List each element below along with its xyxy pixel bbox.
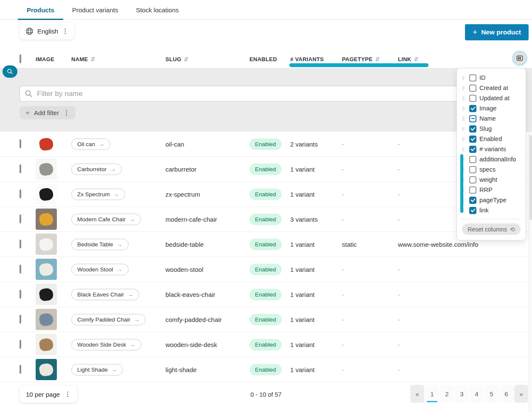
row-checkbox[interactable] <box>20 315 21 324</box>
column-checkbox[interactable] <box>469 176 476 183</box>
arrow-right-icon: → <box>129 216 135 223</box>
column-checkbox[interactable] <box>469 156 476 163</box>
column-header-label: ENABLED <box>249 56 277 62</box>
product-name-link[interactable]: Comfy Padded Chair → <box>71 314 146 325</box>
drag-handle-icon[interactable]: ⣿ <box>462 127 466 131</box>
product-name-link[interactable]: Carburretor → <box>71 164 122 175</box>
table-row: Modern Cafe Chair → modern-cafe-chair En… <box>0 207 529 232</box>
page-number-button[interactable]: 6 <box>499 385 513 403</box>
sort-icon[interactable]: ⇵ <box>184 56 188 62</box>
tab-stock-locations[interactable]: Stock locations <box>127 0 188 20</box>
pagetype-cell: - <box>342 141 398 148</box>
column-menu-item[interactable]: ⣿ RRP <box>462 185 521 195</box>
scrollbar-thumb[interactable] <box>529 135 532 220</box>
select-all-checkbox[interactable] <box>20 54 21 63</box>
column-menu-item[interactable]: ⣿ ID <box>462 73 521 83</box>
drag-handle-icon[interactable]: ⣿ <box>462 76 466 80</box>
drag-handle-icon[interactable]: ⣿ <box>462 106 466 110</box>
table-scrollbar[interactable] <box>529 132 532 412</box>
column-menu-item[interactable]: ⣿ Updated at <box>462 93 521 103</box>
product-name-link[interactable]: Black Eaves Chair → <box>71 289 139 300</box>
column-settings-button[interactable] <box>513 52 526 65</box>
column-menu-item[interactable]: ⣿ Enabled <box>462 134 521 144</box>
page-number-button[interactable]: 3 <box>455 385 469 403</box>
product-name-label: Oil can <box>77 141 95 147</box>
filter-by-name-input[interactable] <box>20 86 526 102</box>
search-toggle-button[interactable] <box>3 65 17 78</box>
column-checkbox[interactable] <box>469 105 476 112</box>
kebab-icon[interactable]: ⋮ <box>63 109 70 117</box>
column-group-accent-bar <box>460 154 463 213</box>
row-checkbox[interactable] <box>20 139 21 148</box>
column-menu-item[interactable]: ⣿ # variants <box>462 144 521 154</box>
variants-cell: 1 variant <box>290 291 342 298</box>
column-menu-item[interactable]: ⣿ additionalInfo <box>462 154 521 164</box>
page-number-button[interactable]: 4 <box>470 385 484 403</box>
column-menu-item[interactable]: ⣿ link <box>462 205 521 215</box>
drag-handle-icon[interactable]: ⣿ <box>462 86 466 90</box>
row-checkbox[interactable] <box>20 189 21 198</box>
sort-icon[interactable]: ⇵ <box>90 56 95 62</box>
product-name-link[interactable]: Zx Spectrum → <box>71 189 125 200</box>
page-number-button[interactable]: 2 <box>440 385 454 403</box>
product-image <box>36 209 57 230</box>
row-checkbox[interactable] <box>20 214 21 223</box>
sort-icon[interactable]: ⇵ <box>375 56 380 62</box>
column-menu-item[interactable]: ⣿ weight <box>462 175 521 185</box>
tab-products[interactable]: Products <box>18 0 63 20</box>
next-page-button[interactable]: » <box>514 385 528 403</box>
drag-handle-icon[interactable]: ⣿ <box>462 137 466 141</box>
row-checkbox[interactable] <box>20 240 21 248</box>
column-checkbox[interactable] <box>469 95 476 102</box>
product-name-link[interactable]: Wooden Stool → <box>71 264 129 275</box>
add-filter-button[interactable]: + Add filter ⋮ <box>20 106 76 119</box>
drag-handle-icon[interactable]: ⣿ <box>462 96 466 100</box>
column-checkbox[interactable] <box>469 166 476 173</box>
page-number-button[interactable]: 5 <box>484 385 498 403</box>
product-name-link[interactable]: Modern Cafe Chair → <box>71 214 141 225</box>
column-checkbox[interactable] <box>469 74 476 82</box>
enabled-badge: Enabled <box>249 339 282 350</box>
product-name-link[interactable]: Wooden Side Desk → <box>71 339 141 350</box>
column-menu-item[interactable]: ⣿ Created at <box>462 83 521 93</box>
product-image <box>36 359 57 380</box>
column-checkbox[interactable] <box>469 197 476 204</box>
page-number-button[interactable]: 1 <box>425 385 439 403</box>
product-name-link[interactable]: Bedside Table → <box>71 239 129 250</box>
sort-icon[interactable]: ⇵ <box>414 56 419 62</box>
prev-page-button[interactable]: « <box>410 385 424 403</box>
language-selector-button[interactable]: English ⋮ <box>20 23 74 40</box>
variants-cell: 1 variant <box>290 241 342 248</box>
enabled-badge: Enabled <box>249 264 282 275</box>
row-checkbox[interactable] <box>20 340 21 349</box>
reset-columns-button[interactable]: Reset columns ⟲ <box>462 223 520 235</box>
column-checkbox[interactable] <box>469 115 476 122</box>
row-checkbox[interactable] <box>20 290 21 299</box>
column-checkbox[interactable] <box>469 186 476 194</box>
variants-cell: 1 variant <box>290 341 342 348</box>
product-name-link[interactable]: Light Shade → <box>71 364 123 375</box>
column-checkbox[interactable] <box>469 85 476 92</box>
new-product-button[interactable]: + New product <box>465 24 529 40</box>
tab-product-variants[interactable]: Product variants <box>63 0 127 20</box>
kebab-icon[interactable]: ⋮ <box>62 27 68 35</box>
column-menu-item[interactable]: ⣿ pageType <box>462 195 521 205</box>
column-checkbox[interactable] <box>469 135 476 143</box>
drag-handle-icon[interactable]: ⣿ <box>462 147 466 151</box>
column-menu-item[interactable]: ⣿ Image <box>462 103 521 113</box>
column-checkbox[interactable] <box>469 146 476 153</box>
row-checkbox[interactable] <box>20 365 21 374</box>
drag-handle-icon[interactable]: ⣿ <box>462 116 466 121</box>
product-image <box>36 284 57 305</box>
column-checkbox[interactable] <box>469 207 476 214</box>
product-name-link[interactable]: Oil can → <box>71 138 110 150</box>
column-menu-item[interactable]: ⣿ specs <box>462 164 521 175</box>
column-checkbox[interactable] <box>469 125 476 133</box>
row-checkbox[interactable] <box>20 265 21 274</box>
column-menu-item[interactable]: ⣿ Slug <box>462 124 521 134</box>
enabled-badge: Enabled <box>249 189 282 200</box>
row-checkbox[interactable] <box>20 164 21 173</box>
table-row: Black Eaves Chair → black-eaves-chair En… <box>0 282 529 307</box>
column-menu-item[interactable]: ⣿ Name <box>462 113 521 124</box>
column-menu-item-label: Enabled <box>479 135 502 142</box>
